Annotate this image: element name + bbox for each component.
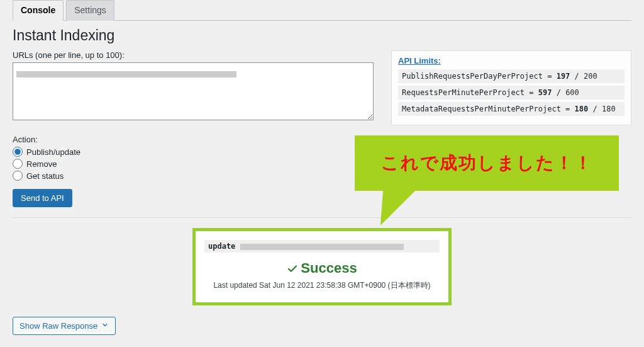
limit-row: MetadataRequestsPerMinutePerProject = 18…: [398, 102, 625, 116]
action-label: Action:: [13, 135, 374, 144]
result-box: update Success Last updated Sat Jun 12 2…: [192, 228, 452, 305]
tab-settings[interactable]: Settings: [66, 0, 114, 21]
page-title: Instant Indexing: [13, 27, 631, 44]
annotation-callout: これで成功しました！！: [355, 135, 619, 191]
chevron-down-icon: [101, 321, 109, 331]
radio-get-status[interactable]: [13, 171, 23, 181]
redacted-text: [16, 71, 236, 77]
send-to-api-button[interactable]: Send to API: [13, 189, 72, 207]
success-line: Success: [204, 260, 440, 276]
tab-bar: Console Settings: [13, 0, 631, 21]
radio-publish-label[interactable]: Publish/update: [26, 147, 80, 157]
radio-remove[interactable]: [13, 159, 23, 169]
api-limits-panel: API Limits: PublishRequestsPerDayPerProj…: [391, 50, 631, 125]
limit-row: RequestsPerMinutePerProject = 597 / 600: [398, 86, 625, 100]
divider: [13, 217, 631, 218]
urls-label: URLs (one per line, up to 100):: [13, 50, 374, 60]
result-code: update: [204, 240, 440, 253]
check-icon: [287, 263, 297, 273]
tab-console[interactable]: Console: [13, 0, 64, 21]
last-updated: Last updated Sat Jun 12 2021 23:58:38 GM…: [204, 280, 440, 291]
api-limits-title[interactable]: API Limits:: [398, 56, 441, 65]
radio-remove-label[interactable]: Remove: [26, 159, 57, 169]
limit-row: PublishRequestsPerDayPerProject = 197 / …: [398, 69, 625, 83]
radio-publish[interactable]: [13, 147, 23, 157]
show-raw-response-button[interactable]: Show Raw Response: [13, 317, 116, 335]
radio-get-status-label[interactable]: Get status: [26, 171, 64, 181]
